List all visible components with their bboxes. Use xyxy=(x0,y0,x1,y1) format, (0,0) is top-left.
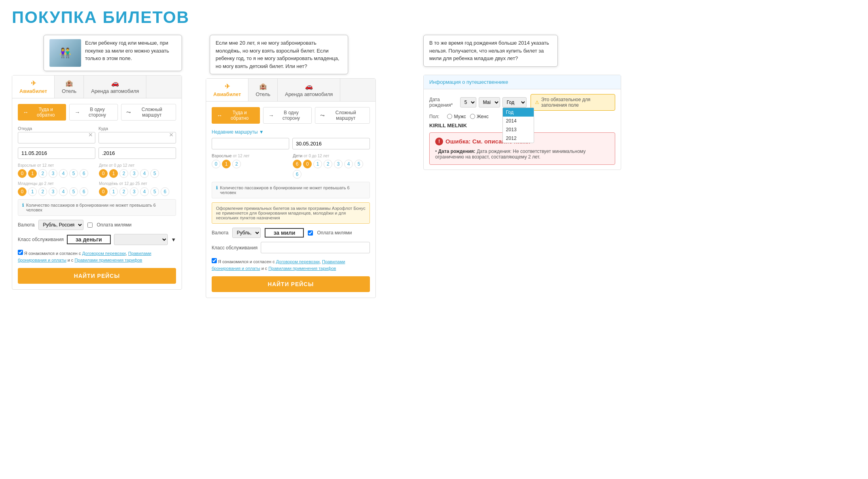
infants-2-btn[interactable]: 2 xyxy=(38,187,47,196)
traveler-info-panel: Информация о путешественнике Дата рожден… xyxy=(423,75,621,170)
tab-aviaticket-1[interactable]: ✈ Авиабилет xyxy=(12,75,55,98)
year-option-2013[interactable]: 2013 xyxy=(503,125,534,134)
round-trip-btn-2[interactable]: ↔ Туда и обратно xyxy=(212,107,260,124)
class-select-1[interactable] xyxy=(114,234,168,245)
children-1-btn[interactable]: 1 xyxy=(109,169,118,178)
terms-2: Я ознакомился и согласен с Договором пер… xyxy=(212,258,370,272)
close-icon-from: ✕ xyxy=(88,132,93,138)
adults-2-btn[interactable]: 2 xyxy=(38,169,47,178)
one-way-btn-2[interactable]: → В одну сторону xyxy=(263,107,311,124)
year-option-2012[interactable]: 2012 xyxy=(503,134,534,143)
year-option-god[interactable]: Год xyxy=(503,108,534,117)
youth-2-btn[interactable]: 2 xyxy=(119,187,128,196)
w2-children-4-btn[interactable]: 4 xyxy=(344,160,353,168)
children-label-1: Дети от 0 до 12 лет xyxy=(99,163,176,168)
infants-6-btn[interactable]: 6 xyxy=(80,187,88,196)
infants-5-btn[interactable]: 5 xyxy=(69,187,78,196)
infants-0-btn[interactable]: 0 xyxy=(18,187,27,196)
w2-adults-0-btn[interactable]: 0 xyxy=(212,160,220,168)
tab-car-1[interactable]: 🚗 Аренда автомобиля xyxy=(84,75,146,98)
children-4-btn[interactable]: 4 xyxy=(140,169,149,178)
children-group-1: Дети от 0 до 12 лет 0 1 2 3 4 5 xyxy=(99,163,176,178)
from-label-1: Откуда xyxy=(18,126,95,131)
round-trip-icon-1: ↔ xyxy=(23,109,28,115)
w2-children-0-btn[interactable]: 0 xyxy=(303,160,312,168)
w2-children-1-btn[interactable]: 1 xyxy=(313,160,322,168)
miles-checkbox-2[interactable] xyxy=(308,230,313,236)
adults-6-btn[interactable]: 6 xyxy=(80,169,88,178)
children-0-btn[interactable]: 0 xyxy=(99,169,108,178)
miles-checkbox-1[interactable] xyxy=(87,223,93,228)
youth-0-btn[interactable]: 0 xyxy=(99,187,108,196)
currency-select-2[interactable]: Рубль, xyxy=(232,228,261,238)
currency-select-1[interactable]: Рубль, Россия xyxy=(38,220,83,230)
children-5-btn[interactable]: 5 xyxy=(150,169,159,178)
currency-row-2: Валюта Рубль, за мили Оплата милями xyxy=(212,228,370,238)
class-input-2[interactable] xyxy=(261,242,370,253)
youth-6-btn[interactable]: 6 xyxy=(161,187,169,196)
round-trip-btn-1[interactable]: ↔ Туда и обратно xyxy=(18,104,66,121)
money-highlight-btn[interactable]: за деньги xyxy=(67,235,111,244)
adults-1-btn[interactable]: 1 xyxy=(28,169,37,178)
adults-3-btn[interactable]: 3 xyxy=(49,169,57,178)
one-way-btn-1[interactable]: → В одну сторону xyxy=(69,104,118,121)
terms-checkbox-2[interactable] xyxy=(212,258,217,263)
adults-0-btn[interactable]: 0 xyxy=(18,169,27,178)
from-input-1[interactable] xyxy=(18,132,95,143)
gender-male-radio[interactable] xyxy=(447,114,452,119)
children-2-btn[interactable]: 2 xyxy=(119,169,128,178)
date-row-2 xyxy=(212,138,370,149)
date-from-input-2[interactable] xyxy=(212,138,289,149)
dob-month-select[interactable]: Mai xyxy=(479,97,500,107)
infants-4-btn[interactable]: 4 xyxy=(59,187,68,196)
infants-1-btn[interactable]: 1 xyxy=(28,187,37,196)
youth-selector-1: 0 1 2 3 4 5 6 xyxy=(99,187,176,196)
w2-adults-1-btn[interactable]: 1 xyxy=(222,160,231,168)
miles-highlight-btn[interactable]: за мили xyxy=(265,228,304,238)
terms-checkbox-1[interactable] xyxy=(18,250,23,255)
w2-children-5-btn[interactable]: 5 xyxy=(354,160,363,168)
youth-5-btn[interactable]: 5 xyxy=(150,187,159,196)
tab-hotel-1[interactable]: 🏨 Отель xyxy=(55,75,84,98)
complex-btn-2[interactable]: ⤳ Сложный маршрут xyxy=(315,107,370,124)
youth-4-btn[interactable]: 4 xyxy=(140,187,149,196)
date-to-input-1[interactable] xyxy=(99,147,176,159)
tariff-link-2[interactable]: Правилами применения тарифов xyxy=(268,266,336,271)
gender-female-radio[interactable] xyxy=(470,114,475,119)
w2-children-6b-btn[interactable]: 6 xyxy=(293,170,301,179)
terms-link-1[interactable]: Договором перевозки xyxy=(82,251,126,256)
from-field-1: Откуда ✕ xyxy=(18,126,95,143)
youth-3-btn[interactable]: 3 xyxy=(130,187,138,196)
widget-2-tabs: ✈ Авиабилет 🏨 Отель 🚗 Аренда автомобиля xyxy=(206,79,375,102)
tab-aviaticket-2[interactable]: ✈ Авиабилет xyxy=(206,79,248,101)
search-btn-2[interactable]: НАЙТИ РЕЙСЫ xyxy=(212,276,370,292)
dob-row: Дата рождения* 5 Mai Год 2014 2013 2012 xyxy=(429,94,615,111)
dob-day-select[interactable]: 5 xyxy=(460,97,476,107)
recent-routes-link[interactable]: Недавние маршруты ▼ xyxy=(212,129,370,135)
w2-children-6-btn[interactable]: 6 xyxy=(293,160,301,168)
youth-group-1: Молодёжь от 12 до 25 лет 0 1 2 3 4 5 6 xyxy=(99,181,176,196)
adults-4-btn[interactable]: 4 xyxy=(59,169,68,178)
adults-5-btn[interactable]: 5 xyxy=(69,169,78,178)
youth-1-btn[interactable]: 1 xyxy=(109,187,118,196)
complex-btn-1[interactable]: ⤳ Сложный маршрут xyxy=(121,104,176,121)
search-btn-1[interactable]: НАЙТИ РЕЙСЫ xyxy=(18,268,176,284)
infants-3-btn[interactable]: 3 xyxy=(49,187,57,196)
tab-hotel-2[interactable]: 🏨 Отель xyxy=(248,79,278,101)
infants-group-1: Младенцы до 2 лет 0 1 2 3 4 5 6 xyxy=(18,181,95,196)
w2-adults-2-btn[interactable]: 2 xyxy=(232,160,241,168)
dob-year-select[interactable]: Год 2014 2013 2012 xyxy=(502,97,527,107)
date-to-input-2[interactable] xyxy=(292,138,370,149)
date-from-input-1[interactable] xyxy=(18,147,95,159)
year-option-2014[interactable]: 2014 xyxy=(503,117,534,125)
round-trip-label-2: Туда и обратно xyxy=(224,110,255,121)
w2-children-2-btn[interactable]: 2 xyxy=(324,160,332,168)
to-field-1: Куда ✕ xyxy=(99,126,176,143)
to-input-1[interactable] xyxy=(99,132,176,143)
terms-link-2[interactable]: Договором перевозки xyxy=(276,259,320,264)
tab-car-2[interactable]: 🚗 Аренда автомобиля xyxy=(278,79,340,101)
gender-male-label: Мужс xyxy=(447,114,466,119)
w2-children-3-btn[interactable]: 3 xyxy=(334,160,343,168)
tariff-link-1[interactable]: Правилами применения тарифов xyxy=(74,258,142,262)
children-3-btn[interactable]: 3 xyxy=(130,169,138,178)
